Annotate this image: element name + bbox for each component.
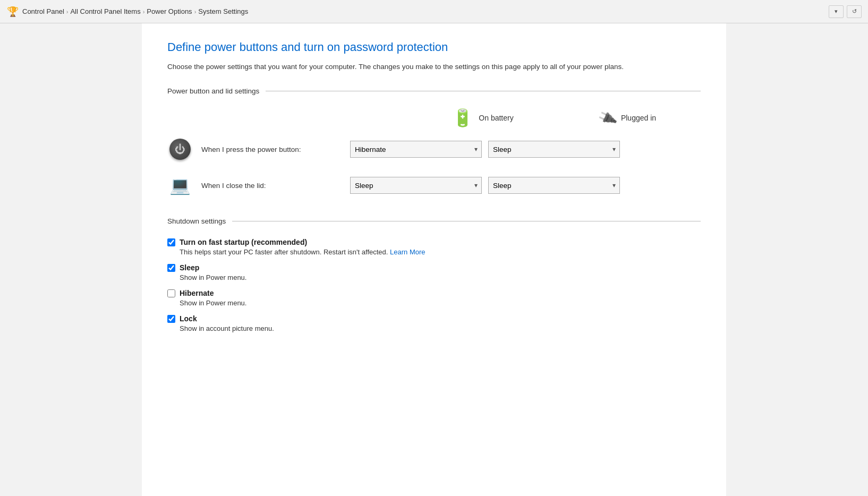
titlebar-controls: ▾ ↺ xyxy=(829,5,862,18)
shutdown-section-title: Shutdown settings xyxy=(167,217,226,225)
breadcrumb-item-1[interactable]: Control Panel xyxy=(22,7,64,15)
fast-startup-row: Turn on fast startup (recommended) xyxy=(167,238,701,246)
close-lid-battery-select-wrapper: Sleep Do nothing Hibernate Shut down Tur… xyxy=(350,177,482,194)
hibernate-desc: Show in Power menu. xyxy=(180,299,701,307)
refresh-button[interactable]: ↺ xyxy=(847,5,862,18)
power-button-plugged-select[interactable]: Sleep Do nothing Hibernate Shut down Tur… xyxy=(488,141,620,158)
power-button-icon-wrap xyxy=(167,136,193,162)
dropdown-button[interactable]: ▾ xyxy=(829,5,844,18)
close-lid-icon: 💻 xyxy=(169,175,191,195)
hibernate-row: Hibernate xyxy=(167,289,701,297)
close-lid-plugged-select-wrapper: Sleep Do nothing Hibernate Shut down Tur… xyxy=(488,177,620,194)
sleep-desc: Show in Power menu. xyxy=(180,273,701,281)
sleep-label[interactable]: Sleep xyxy=(180,263,199,272)
close-lid-setting-row: 💻 When I close the lid: Sleep Do nothing… xyxy=(167,173,701,198)
power-button-setting-row: When I press the power button: Hibernate… xyxy=(167,136,701,162)
hibernate-label[interactable]: Hibernate xyxy=(180,289,214,297)
close-lid-selects: Sleep Do nothing Hibernate Shut down Tur… xyxy=(350,177,620,194)
titlebar-icon: 🏆 xyxy=(6,5,19,18)
breadcrumb-sep-2: › xyxy=(143,8,145,15)
battery-column-header: 🔋 On battery xyxy=(414,108,552,128)
lock-item: Lock Show in account picture menu. xyxy=(167,314,701,332)
lock-row: Lock xyxy=(167,314,701,323)
fast-startup-desc: This helps start your PC faster after sh… xyxy=(180,248,701,256)
plug-icon: 🔌 xyxy=(597,107,618,129)
battery-icon: 🔋 xyxy=(452,108,473,128)
page-title: Define power buttons and turn on passwor… xyxy=(167,40,701,54)
breadcrumb-item-3[interactable]: Power Options xyxy=(147,7,192,15)
power-button-battery-select[interactable]: Hibernate Do nothing Sleep Shut down Tur… xyxy=(350,141,482,158)
breadcrumb-item-4: System Settings xyxy=(198,7,248,15)
sleep-item: Sleep Show in Power menu. xyxy=(167,263,701,281)
page-description: Choose the power settings that you want … xyxy=(167,62,645,72)
power-button-icon xyxy=(169,139,191,160)
fast-startup-label[interactable]: Turn on fast startup (recommended) xyxy=(180,238,307,246)
breadcrumb-sep-3: › xyxy=(194,8,197,15)
hibernate-item: Hibernate Show in Power menu. xyxy=(167,289,701,307)
power-button-label: When I press the power button: xyxy=(201,146,350,153)
power-button-plugged-select-wrapper: Sleep Do nothing Hibernate Shut down Tur… xyxy=(488,141,620,158)
lock-checkbox[interactable] xyxy=(167,315,175,323)
close-lid-plugged-select[interactable]: Sleep Do nothing Hibernate Shut down Tur… xyxy=(488,177,620,194)
shutdown-section-header: Shutdown settings xyxy=(167,217,701,225)
fast-startup-checkbox[interactable] xyxy=(167,238,175,246)
plugged-label: Plugged in xyxy=(621,114,656,122)
columns-header: 🔋 On battery 🔌 Plugged in xyxy=(231,108,701,128)
shutdown-section: Shutdown settings Turn on fast startup (… xyxy=(167,217,701,332)
battery-label: On battery xyxy=(479,114,513,122)
power-button-section-header: Power button and lid settings xyxy=(167,87,701,95)
power-button-battery-select-wrapper: Hibernate Do nothing Sleep Shut down Tur… xyxy=(350,141,482,158)
lock-desc: Show in account picture menu. xyxy=(180,324,701,332)
main-content: Define power buttons and turn on passwor… xyxy=(142,23,726,496)
section-line-1 xyxy=(266,91,701,91)
sleep-checkbox[interactable] xyxy=(167,264,175,272)
plugged-column-header: 🔌 Plugged in xyxy=(558,110,696,126)
breadcrumb: Control Panel › All Control Panel Items … xyxy=(22,7,826,15)
sleep-row: Sleep xyxy=(167,263,701,272)
close-lid-battery-select[interactable]: Sleep Do nothing Hibernate Shut down Tur… xyxy=(350,177,482,194)
close-lid-icon-wrap: 💻 xyxy=(167,173,193,198)
hibernate-checkbox[interactable] xyxy=(167,289,175,297)
breadcrumb-sep-1: › xyxy=(66,8,69,15)
lock-label[interactable]: Lock xyxy=(180,314,197,323)
power-button-section-title: Power button and lid settings xyxy=(167,87,259,95)
learn-more-link[interactable]: Learn More xyxy=(390,248,425,256)
fast-startup-desc-text: This helps start your PC faster after sh… xyxy=(180,248,388,256)
breadcrumb-item-2[interactable]: All Control Panel Items xyxy=(70,7,140,15)
close-lid-label: When I close the lid: xyxy=(201,182,350,190)
power-button-selects: Hibernate Do nothing Sleep Shut down Tur… xyxy=(350,141,620,158)
shutdown-checkbox-group: Turn on fast startup (recommended) This … xyxy=(167,238,701,332)
section-line-2 xyxy=(232,221,701,221)
titlebar: 🏆 Control Panel › All Control Panel Item… xyxy=(0,0,868,23)
fast-startup-item: Turn on fast startup (recommended) This … xyxy=(167,238,701,256)
